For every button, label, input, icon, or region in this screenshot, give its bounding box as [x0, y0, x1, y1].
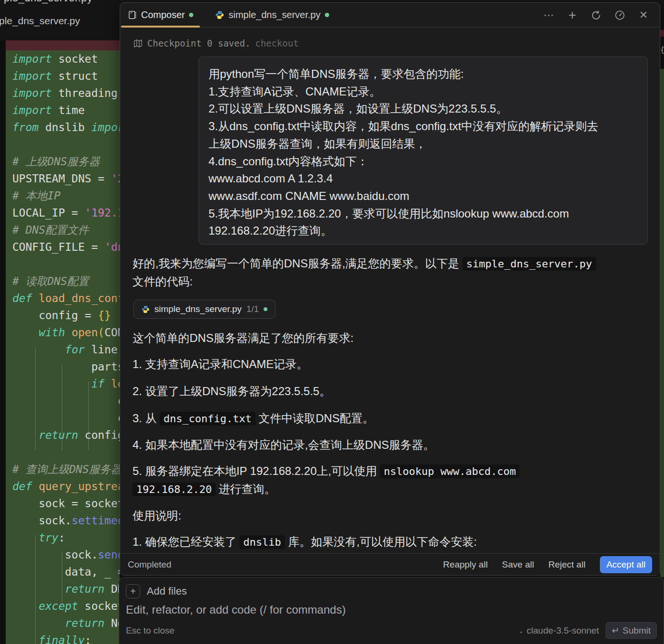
python-icon — [142, 305, 150, 313]
assistant-paragraph: 5. 服务器绑定在本地IP 192.168.2.20上,可以使用 nslooku… — [133, 462, 651, 498]
more-options-icon[interactable]: ⋯ — [542, 9, 555, 22]
breadcrumb: ple_dns_server.py — [0, 15, 80, 27]
usage-gauge-icon[interactable] — [613, 9, 626, 22]
file-chip-name: simple_dns_server.py — [154, 304, 242, 314]
enter-icon: ↵ — [612, 625, 619, 636]
editor-gutter — [0, 40, 6, 644]
prompt-input[interactable] — [126, 603, 657, 616]
submit-button[interactable]: ↵ Submit — [606, 622, 657, 639]
assistant-paragraph: 使用说明: — [133, 507, 651, 524]
indent-guide — [35, 348, 36, 450]
tab-label: Composer — [141, 9, 185, 20]
indent-guide — [88, 382, 89, 450]
esc-hint: Esc to close — [126, 625, 174, 636]
clipped-code-glyph: {} — [660, 46, 664, 54]
user-message-line: 1.支持查询A记录、CNAME记录。 — [209, 83, 638, 101]
indent-guide — [35, 536, 36, 644]
file-chip-progress: 1/1 — [247, 304, 259, 314]
history-icon[interactable] — [589, 9, 603, 22]
model-selector[interactable]: ⌄ claude-3.5-sonnet — [518, 625, 599, 636]
tab-composer[interactable]: Composer — [120, 3, 201, 28]
map-icon — [133, 39, 142, 48]
tab-label: simple_dns_server.py — [228, 9, 320, 20]
prompt-input-panel: + Add files Esc to close ⌄ claude-3.5-so… — [119, 577, 664, 644]
file-chip-simple-dns-server[interactable]: simple_dns_server.py 1/1 — [133, 300, 275, 319]
right-editor-sliver: {} — [660, 0, 664, 577]
new-composer-icon[interactable]: + — [566, 9, 579, 22]
unsaved-dot — [189, 13, 193, 17]
checkpoint-label: Checkpoint 0 saved. — [147, 38, 250, 48]
indent-guide — [62, 365, 62, 450]
user-message-line: 上级DNS服务器查询，如果有则返回结果， — [209, 135, 638, 153]
checkpoint-row: Checkpoint 0 saved. checkout — [133, 38, 299, 48]
checkout-link[interactable]: checkout — [255, 38, 299, 48]
composer-tabbar: Composer simple_dns_server.py ⋯ + — [120, 3, 660, 28]
tab-simple-dns-server[interactable]: simple_dns_server.py — [208, 3, 336, 28]
assistant-paragraph: 这个简单的DNS服务器满足了您的所有要求: — [133, 329, 651, 347]
user-message-line: www.asdf.com CNAME www.baidu.com — [209, 188, 638, 205]
code-editor-pane[interactable]: ple_dns_server.py ple_dns_server.py impo… — [0, 0, 120, 644]
user-message-line: 2.可以设置上级DNS服务器，如设置上级DNS为223.5.5.5。 — [209, 100, 638, 118]
save-all-button[interactable]: Save all — [502, 559, 534, 570]
model-name: claude-3.5-sonnet — [527, 625, 599, 636]
composer-status-bar: Completed Reapply all Save all Reject al… — [120, 553, 660, 575]
user-message-line: www.abcd.com A 1.2.3.4 — [209, 170, 638, 188]
user-message-bubble: 用python写一个简单DNS服务器，要求包含的功能: 1.支持查询A记录、CN… — [199, 57, 648, 245]
assistant-paragraph: 4. 如果本地配置中没有对应的记录,会查询上级DNS服务器。 — [133, 436, 651, 454]
assistant-paragraph: 3. 从 dns_config.txt 文件中读取DNS配置。 — [133, 409, 651, 427]
assistant-paragraph: 1. 确保您已经安装了 dnslib 库。如果没有,可以使用以下命令安装: — [133, 533, 651, 551]
user-message-line: 3.从dns_config.txt中读取内容，如果dns_config.txt中… — [209, 118, 638, 135]
composer-panel: Composer simple_dns_server.py ⋯ + — [120, 2, 660, 576]
assistant-intro: 好的,我来为您编写一个简单的DNS服务器,满足您的要求。以下是 simple_d… — [133, 255, 651, 290]
add-files-label: Add files — [147, 585, 187, 597]
accept-all-button[interactable]: Accept all — [600, 556, 652, 573]
chevron-down-icon: ⌄ — [518, 627, 524, 635]
close-icon[interactable]: ✕ — [637, 9, 650, 22]
indent-guide — [62, 553, 62, 604]
add-files-button[interactable]: + Add files — [126, 584, 657, 598]
assistant-paragraph: 2. 设置了上级DNS服务器为223.5.5.5。 — [133, 382, 651, 400]
notebook-icon — [128, 10, 137, 19]
reapply-all-button[interactable]: Reapply all — [443, 559, 488, 570]
assistant-paragraph: 1. 支持查询A记录和CNAME记录。 — [133, 355, 651, 373]
submit-label: Submit — [623, 625, 651, 636]
clipped-editor-tab: ple_dns_server.py — [4, 0, 118, 5]
user-message-line: 用python写一个简单DNS服务器，要求包含的功能: — [209, 66, 638, 83]
user-message-line: 4.dns_config.txt内容格式如下： — [209, 153, 638, 170]
diff-added-code[interactable]: import socketimport structimport threadi… — [6, 50, 120, 644]
assistant-message: 好的,我来为您编写一个简单的DNS服务器,满足您的要求。以下是 simple_d… — [133, 255, 651, 551]
user-message-line: 192.168.2.20进行查询。 — [209, 222, 638, 240]
reject-all-button[interactable]: Reject all — [548, 559, 585, 570]
diff-removed-band — [660, 30, 664, 37]
plus-icon: + — [126, 584, 140, 598]
code-lines: import socketimport structimport threadi… — [6, 50, 120, 644]
input-footer: Esc to close ⌄ claude-3.5-sonnet ↵ Submi… — [126, 622, 657, 639]
unsaved-dot — [325, 13, 329, 17]
user-message-line: 5.我本地IP为192.168.2.20，要求可以使用比如nslookup ww… — [209, 205, 638, 223]
unsaved-dot — [264, 307, 267, 311]
diff-added-band — [660, 69, 664, 577]
diff-removed-band — [6, 40, 120, 50]
status-text: Completed — [128, 559, 171, 570]
python-icon — [215, 10, 224, 19]
